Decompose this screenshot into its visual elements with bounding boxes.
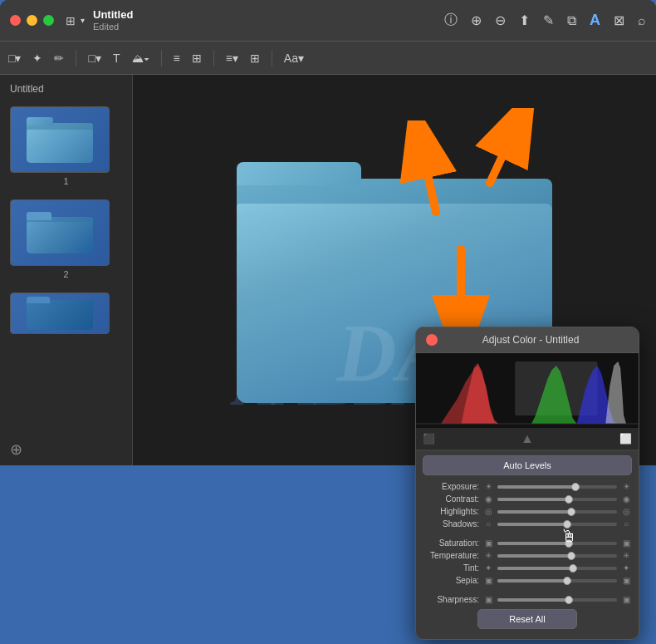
saturation-label: Saturation: xyxy=(423,538,479,548)
sidebar: Untitled 1 xyxy=(0,75,133,465)
saturation-fill xyxy=(497,542,569,545)
shadows-fill xyxy=(497,523,567,526)
sidebar-toggle-icon[interactable]: ⊞ xyxy=(66,14,76,27)
toolbar: □▾ ✦ ✏ □▾ T ⛰▾ ≡ ⊞ ≡▾ ⊞ Aa▾ xyxy=(0,42,656,75)
search-icon[interactable]: ⌕ xyxy=(638,13,646,28)
sepia-row: Sepia: ▣ ▣ xyxy=(423,576,632,585)
image-icon[interactable]: ⛰▾ xyxy=(132,52,149,65)
exposure-thumb[interactable] xyxy=(571,483,580,491)
thumb-folder-small-3 xyxy=(27,297,93,330)
shadows-thumb[interactable] xyxy=(563,520,571,528)
info-icon[interactable]: ⓘ xyxy=(444,12,458,29)
sidebar-bottom: ⊕ xyxy=(0,434,132,465)
tint-thumb[interactable] xyxy=(569,564,577,573)
maximize-button[interactable] xyxy=(43,15,54,26)
add-page-button[interactable]: ⊕ xyxy=(10,441,22,458)
highlights-row: Highlights: ◎ ◎ xyxy=(423,507,632,516)
layout-icon[interactable]: ⊞ xyxy=(192,52,202,65)
page-1-number: 1 xyxy=(10,176,122,186)
tf3-back xyxy=(27,300,93,330)
saturation-slider[interactable] xyxy=(497,542,617,545)
crop-icon[interactable]: ⊠ xyxy=(614,12,624,28)
saturation-right-icon: ▣ xyxy=(620,538,632,548)
auto-levels-button[interactable]: Auto Levels xyxy=(423,455,632,475)
sharpness-slider[interactable] xyxy=(497,598,617,602)
tf2-front xyxy=(27,222,93,253)
shadows-right-icon: ○ xyxy=(620,519,632,528)
insert-icon[interactable]: □▾ xyxy=(88,52,100,65)
view-menu-icon[interactable]: ▾ xyxy=(81,16,85,25)
adjust-panel-close-button[interactable] xyxy=(426,334,438,346)
toolbar-divider-3 xyxy=(213,50,214,66)
title-bar: ⊞ ▾ Untitled Edited ⓘ ⊕ ⊖ ⬆ ✎ ⧉ A ⊠ ⌕ xyxy=(0,0,656,42)
pen-tool-icon[interactable]: ✏ xyxy=(54,52,64,65)
sepia-right-icon: ▣ xyxy=(620,576,632,585)
title-section: Untitled Edited xyxy=(93,8,133,32)
page-1-thumb-image xyxy=(10,106,110,173)
exposure-left-icon: ☀ xyxy=(482,482,494,491)
sepia-fill xyxy=(497,579,567,583)
shadows-left-icon: ○ xyxy=(482,519,494,528)
spacer-2 xyxy=(423,588,632,595)
folder-tab xyxy=(237,162,361,185)
page-2-thumb-image xyxy=(10,199,110,266)
format-icon[interactable]: ≡▾ xyxy=(226,52,238,65)
temperature-fill xyxy=(497,554,571,558)
histogram-area xyxy=(416,353,639,428)
page-2-thumbnail[interactable]: 2 xyxy=(0,193,132,286)
tint-label: Tint: xyxy=(423,563,479,573)
exposure-slider[interactable] xyxy=(497,485,617,489)
traffic-lights xyxy=(10,15,54,26)
histogram-svg xyxy=(416,353,639,428)
page-1-thumbnail[interactable]: 1 xyxy=(0,100,132,193)
highlights-fill xyxy=(497,510,571,514)
tf-tab-1 xyxy=(27,117,53,125)
reset-all-button[interactable]: Reset All xyxy=(477,609,577,629)
sepia-slider[interactable] xyxy=(497,579,617,583)
tint-slider[interactable] xyxy=(497,567,617,570)
temperature-label: Temperature: xyxy=(423,551,479,560)
zoom-in-icon[interactable]: ⊕ xyxy=(471,12,482,28)
saturation-row: Saturation: ▣ ▣ xyxy=(423,538,632,548)
temperature-thumb[interactable] xyxy=(567,552,575,560)
highlights-left-icon: ◎ xyxy=(482,507,494,516)
highlights-thumb[interactable] xyxy=(567,508,575,516)
saturation-thumb[interactable] xyxy=(565,539,573,548)
contrast-thumb[interactable] xyxy=(565,495,573,504)
histogram-shadow-icon[interactable]: ⬛ xyxy=(423,433,435,445)
adjust-panel-header: Adjust Color - Untitled xyxy=(416,327,639,353)
thumb-folder-small-1 xyxy=(27,117,93,163)
highlights-right-icon: ◎ xyxy=(620,507,632,516)
close-button[interactable] xyxy=(10,15,21,26)
align-icon[interactable]: ≡ xyxy=(174,52,180,65)
temperature-slider[interactable] xyxy=(497,554,617,558)
tf-front-1 xyxy=(27,130,93,163)
contrast-slider[interactable] xyxy=(497,498,617,501)
thumb-folder-small-2 xyxy=(27,212,93,253)
font-icon[interactable]: Aa▾ xyxy=(284,52,304,65)
sharpness-thumb[interactable] xyxy=(565,596,573,604)
font-color-icon[interactable]: A xyxy=(590,12,600,29)
shadows-slider[interactable] xyxy=(497,523,617,526)
shadows-label: Shadows: xyxy=(423,519,479,528)
star-tool-icon[interactable]: ✦ xyxy=(32,52,42,65)
histogram-highlight-icon[interactable]: ⬜ xyxy=(619,433,632,445)
shape-tool-icon[interactable]: □▾ xyxy=(8,52,21,65)
sepia-thumb[interactable] xyxy=(563,577,571,585)
table-icon[interactable]: ⊞ xyxy=(250,52,260,65)
contrast-fill xyxy=(497,498,569,501)
exposure-right-icon: ☀ xyxy=(620,482,632,491)
pen-icon[interactable]: ✎ xyxy=(543,12,554,28)
spacer-1 xyxy=(423,532,632,538)
share-icon[interactable]: ⬆ xyxy=(519,12,530,28)
page-3-thumbnail[interactable] xyxy=(0,286,132,341)
minimize-button[interactable] xyxy=(27,15,37,26)
frame-icon[interactable]: ⧉ xyxy=(567,13,576,28)
zoom-out-icon[interactable]: ⊖ xyxy=(495,12,506,28)
histogram-controls: ⬛ ▲ ⬜ xyxy=(416,428,639,450)
text-icon[interactable]: T xyxy=(113,52,120,65)
temperature-row: Temperature: ✳ ✳ xyxy=(423,551,632,560)
contrast-left-icon: ◉ xyxy=(482,494,494,504)
title-icons: ⓘ ⊕ ⊖ ⬆ ✎ ⧉ A ⊠ ⌕ xyxy=(444,12,646,29)
highlights-slider[interactable] xyxy=(497,510,617,514)
